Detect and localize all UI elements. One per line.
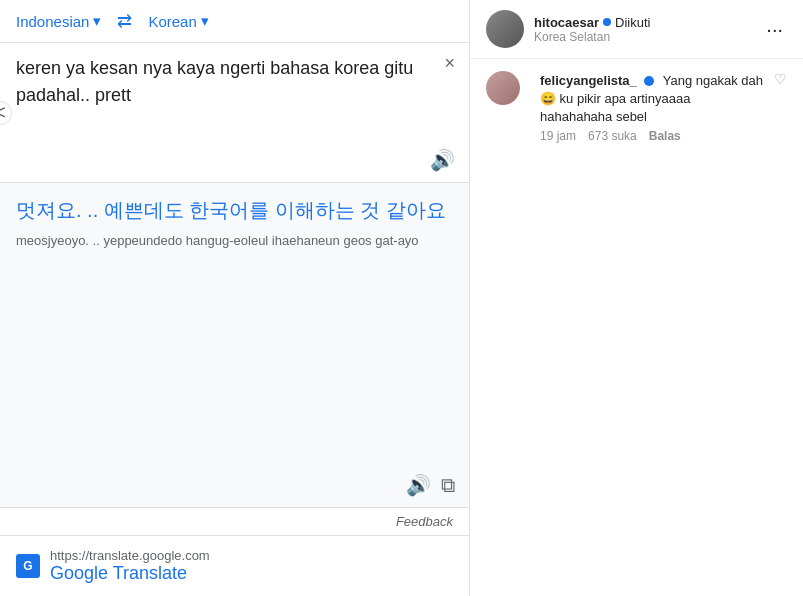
source-speaker-icon: 🔊: [430, 149, 455, 171]
source-lang-chevron: ▾: [93, 12, 101, 30]
clear-btn[interactable]: ×: [444, 53, 455, 74]
target-lang-chevron: ▾: [201, 12, 209, 30]
followed-label[interactable]: Diikuti: [615, 15, 650, 30]
feedback-row: Feedback: [0, 507, 469, 535]
username-row: hitocaesar Diikuti: [534, 15, 762, 30]
result-speaker-icon: 🔊: [406, 474, 431, 496]
result-box: 멋져요. .. 예쁜데도 한국어를 이해하는 것 같아요 meosjyeoyo.…: [0, 183, 469, 507]
result-speaker-btn[interactable]: 🔊: [406, 473, 431, 497]
translate-header: Indonesian ▾ ⇄ Korean ▾: [0, 0, 469, 43]
commenter-avatar: [486, 71, 520, 105]
avatar: [486, 10, 524, 48]
instagram-panel: hitocaesar Diikuti Korea Selatan ··· fel…: [470, 0, 803, 596]
google-footer: G https://translate.google.com Google Tr…: [0, 535, 469, 596]
commenter-name[interactable]: felicyangelista_: [540, 73, 637, 88]
source-lang-label: Indonesian: [16, 13, 89, 30]
comment-content: felicyangelista_ Yang ngakak dah😄 ku pik…: [540, 71, 764, 143]
comment-row: felicyangelista_ Yang ngakak dah😄 ku pik…: [486, 71, 787, 143]
reply-btn[interactable]: Balas: [649, 129, 681, 143]
copy-icon: ⧉: [441, 474, 455, 496]
source-box: < keren ya kesan nya kaya ngerti bahasa …: [0, 43, 469, 183]
source-speaker-btn[interactable]: 🔊: [430, 148, 455, 172]
feedback-label: Feedback: [396, 514, 453, 529]
comment-time: 19 jam: [540, 129, 576, 143]
footer-url: https://translate.google.com: [50, 548, 210, 563]
source-lang-btn[interactable]: Indonesian ▾: [16, 12, 101, 30]
more-options-btn[interactable]: ···: [762, 18, 787, 41]
verified-badge: [603, 18, 611, 26]
commenter-verified: [644, 76, 654, 86]
user-info: hitocaesar Diikuti Korea Selatan: [534, 15, 762, 44]
comment-section: felicyangelista_ Yang ngakak dah😄 ku pik…: [470, 59, 803, 596]
target-lang-btn[interactable]: Korean ▾: [148, 12, 208, 30]
translate-panel: Indonesian ▾ ⇄ Korean ▾ < keren ya kesan…: [0, 0, 470, 596]
result-romanized-text: meosjyeoyo. .. yeppeundedo hangug-eoleul…: [16, 231, 453, 251]
swap-langs-btn[interactable]: ⇄: [109, 10, 140, 32]
comment-likes: 673 suka: [588, 129, 637, 143]
footer-text: https://translate.google.com Google Tran…: [50, 548, 210, 584]
source-text: keren ya kesan nya kaya ngerti bahasa ko…: [16, 55, 453, 109]
footer-name[interactable]: Google Translate: [50, 563, 210, 584]
collapse-btn[interactable]: <: [0, 101, 12, 125]
comment-meta: 19 jam 673 suka Balas: [540, 129, 764, 143]
target-lang-label: Korean: [148, 13, 196, 30]
user-row: hitocaesar Diikuti Korea Selatan ···: [470, 0, 803, 59]
username: hitocaesar: [534, 15, 599, 30]
user-location: Korea Selatan: [534, 30, 762, 44]
result-korean-text: 멋져요. .. 예쁜데도 한국어를 이해하는 것 같아요: [16, 195, 453, 225]
like-icon[interactable]: ♡: [774, 71, 787, 87]
google-translate-icon: G: [16, 554, 40, 578]
copy-btn[interactable]: ⧉: [441, 473, 455, 497]
swap-icon: ⇄: [117, 11, 132, 31]
result-actions: 🔊 ⧉: [406, 473, 455, 497]
